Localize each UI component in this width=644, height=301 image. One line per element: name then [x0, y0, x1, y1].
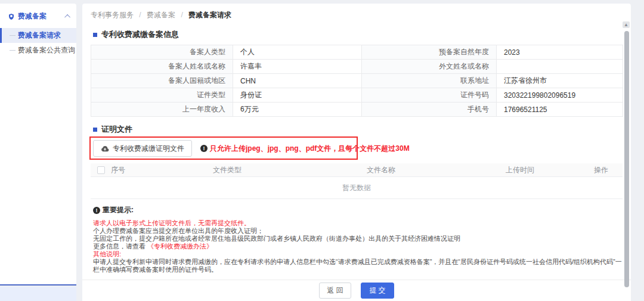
field-value: 许嘉丰: [233, 60, 362, 74]
breadcrumb-item-patent-services[interactable]: 专利事务服务: [91, 11, 134, 19]
field-value: CHN: [233, 74, 362, 88]
field-value: 17696521125: [497, 103, 623, 117]
empty-state: 暂无数据: [91, 177, 623, 199]
table-row: 上一年度收入 6万元 手机号 17696521125: [91, 103, 623, 117]
sidebar: 费减备案 费减备案请求 费减备案公共查询: [0, 4, 76, 286]
filing-info-table: 备案人类型 个人 预备案自然年度 2023 备案人姓名或名称 许嘉丰 外文姓名或…: [91, 45, 623, 117]
table-row: 备案人国籍或地区 CHN 联系地址 江苏省徐州市: [91, 74, 623, 88]
column-header-file-name: 文件名称: [302, 165, 460, 175]
note-line-new-application: 申请人提交专利新申请同时请求费用减缴的，应在专利请求书的申请人信息栏中勾选“请求…: [93, 258, 623, 274]
back-button[interactable]: 返回: [319, 283, 351, 299]
column-header-upload-time: 上传时间: [460, 165, 580, 175]
main-panel: 专利事务服务 / 费减备案 / 费减备案请求 专利收费减缴备案信息 备案人类型 …: [82, 4, 631, 301]
field-value: 身份证: [233, 88, 362, 103]
exclamation-circle-icon: !: [200, 145, 208, 152]
field-value: 6万元: [233, 103, 362, 117]
note-line-more-info: 更多信息，请查看 《专利收费减缴办法》: [93, 243, 623, 250]
fee-reduction-measures-link[interactable]: 《专利收费减缴办法》: [147, 243, 213, 250]
sidebar-item-label: 费减备案请求: [18, 30, 61, 41]
table-row: 备案人姓名或名称 许嘉丰 外文姓名或名称: [91, 60, 623, 74]
section-title-text: 专利收费减缴备案信息: [101, 29, 179, 40]
upload-cloud-icon: [101, 145, 109, 152]
upload-hint: ! 只允许上传jpeg、jpg、png、pdf文件，且每个文件不超过30M: [200, 144, 410, 154]
field-value: 个人: [233, 45, 362, 60]
select-all-checkbox[interactable]: [97, 166, 105, 174]
field-value: 江苏省徐州市: [497, 74, 623, 88]
square-bullet-icon: [93, 128, 97, 132]
field-label: 证件类型: [91, 88, 233, 103]
column-header-index: 序号: [111, 165, 153, 175]
field-value: 320322199802096519: [497, 88, 623, 103]
note-line-no-fixed-job: 无固定工作的，提交户籍所在地或者经常居住地县级民政部门或者乡镇人民政府（街道办事…: [93, 235, 623, 243]
upload-certificate-button[interactable]: 专利收费减缴证明文件: [93, 140, 192, 157]
upload-hint-text: 只允许上传jpeg、jpg、png、pdf文件，且每个文件不超过30M: [210, 144, 410, 154]
more-info-prefix: 更多信息，请查看: [93, 243, 147, 250]
tree-connector: [10, 50, 16, 51]
sidebar-group-fee-reduction[interactable]: 费减备案: [0, 4, 76, 28]
field-label: 备案人姓名或名称: [91, 60, 233, 74]
note-line-electronic: 请求人以电子形式上传证明文件后，无需再提交纸件。: [93, 219, 623, 227]
badge-icon: [8, 13, 15, 20]
field-label: 联系地址: [362, 74, 497, 88]
exclamation-circle-icon: !: [93, 207, 100, 214]
sidebar-item-label: 费减备案公共查询: [18, 45, 75, 55]
breadcrumb-separator: /: [139, 11, 141, 19]
table-row: 备案人类型 个人 预备案自然年度 2023: [91, 45, 623, 60]
field-label: 手机号: [362, 103, 497, 117]
column-header-action: 操作: [580, 165, 623, 175]
tree-connector: [10, 35, 16, 36]
certificate-files-table: 序号 文件类型 文件名称 上传时间 操作 暂无数据: [91, 163, 623, 199]
sidebar-item-fee-reduction-request[interactable]: 费减备案请求: [0, 28, 76, 43]
breadcrumb-item-fee-reduction[interactable]: 费减备案: [147, 11, 175, 19]
breadcrumb-separator: /: [181, 11, 182, 19]
field-value: [497, 60, 623, 74]
table-row: 证件类型 身份证 证件号码 320322199802096519: [91, 88, 623, 103]
files-table-header: 序号 文件类型 文件名称 上传时间 操作: [91, 163, 623, 177]
sidebar-footer: [0, 287, 76, 301]
scrollbar-thumb[interactable]: [624, 31, 629, 287]
submit-button[interactable]: 提交: [361, 283, 394, 299]
field-label: 上一年度收入: [91, 103, 233, 117]
note-line-income-proof: 个人办理费减备案应当提交所在单位出具的年度收入证明；: [93, 227, 623, 235]
content-area: 专利收费减缴备案信息 备案人类型 个人 预备案自然年度 2023 备案人姓名或名…: [82, 29, 631, 301]
square-bullet-icon: [93, 33, 97, 37]
section-title-certificates: 证明文件: [93, 124, 623, 135]
scrollbar: ▲: [624, 21, 630, 301]
breadcrumb: 专利事务服务 / 费减备案 / 费减备案请求: [82, 4, 631, 26]
important-notes-block: ! 重要提示: 请求人以电子形式上传证明文件后，无需再提交纸件。 个人办理费减备…: [93, 205, 623, 274]
section-title-text: 证明文件: [101, 124, 132, 135]
upload-row: 专利收费减缴证明文件 ! 只允许上传jpeg、jpg、png、pdf文件，且每个…: [93, 139, 623, 157]
important-notes-title: ! 重要提示:: [93, 205, 623, 215]
field-label: 外文姓名或名称: [362, 60, 497, 74]
sidebar-item-public-query[interactable]: 费减备案公共查询: [0, 43, 76, 58]
scroll-up-icon[interactable]: ▲: [623, 21, 630, 28]
upload-button-label: 专利收费减缴证明文件: [113, 144, 184, 154]
column-header-file-type: 文件类型: [153, 165, 302, 175]
field-label: 预备案自然年度: [362, 45, 497, 60]
chevron-up-icon: [64, 14, 70, 20]
note-line-other: 其他说明:: [93, 250, 623, 258]
section-title-filing-info: 专利收费减缴备案信息: [93, 29, 623, 40]
sidebar-group-label: 费减备案: [18, 11, 47, 21]
footer-bar: 返回 提交: [82, 280, 631, 301]
note-title-text: 重要提示:: [103, 205, 134, 215]
breadcrumb-current: 费减备案请求: [188, 11, 231, 19]
field-label: 备案人国籍或地区: [91, 74, 233, 88]
field-label: 备案人类型: [91, 45, 233, 60]
field-value: 2023: [497, 45, 623, 60]
field-label: 证件号码: [362, 88, 497, 103]
